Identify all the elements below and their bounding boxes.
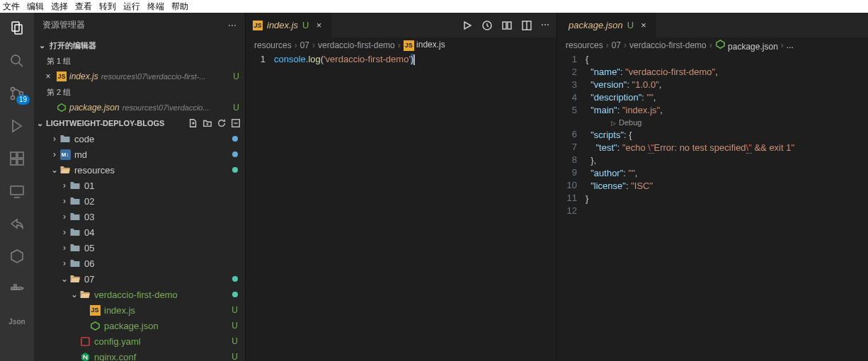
new-folder-icon[interactable] [202, 118, 212, 128]
menu-item[interactable]: 查看 [75, 1, 92, 12]
share-icon[interactable] [8, 215, 25, 232]
search-icon[interactable] [8, 52, 25, 69]
svg-rect-16 [81, 337, 88, 345]
menubar: 文件编辑选择查看转到运行终端帮助 [0, 0, 868, 13]
tree-item[interactable]: nginx.confU [34, 349, 245, 361]
tree-item[interactable]: ⌄07 [34, 271, 245, 287]
run-file-icon[interactable] [462, 20, 473, 31]
md-icon: M↓ [59, 149, 71, 160]
close-icon[interactable]: × [313, 20, 324, 30]
docker-icon[interactable] [8, 280, 25, 297]
menu-item[interactable]: 帮助 [171, 1, 188, 12]
tree-item[interactable]: ⌄resources [34, 162, 245, 178]
sidebar-header: 资源管理器 ⋯ [34, 13, 245, 38]
sidebar-actions[interactable]: ⋯ [228, 21, 236, 30]
close-icon[interactable]: × [638, 20, 649, 30]
tree-item[interactable]: ›code [34, 131, 245, 147]
more-icon[interactable]: ⋯ [541, 20, 549, 31]
tab-packagejson[interactable]: package.json U × [557, 13, 657, 38]
sidebar: 资源管理器 ⋯ ⌄打开的编辑器 第 1 组×JSindex.js resourc… [34, 13, 245, 361]
activity-bar: 19 Json [0, 13, 34, 361]
diff-icon[interactable] [501, 20, 513, 31]
tree-item[interactable]: JSindex.jsU [34, 302, 245, 318]
tree-item[interactable]: ›04 [34, 224, 245, 240]
breadcrumb-1[interactable]: resources›07›verdaccio-first-demo›JS ind… [246, 38, 556, 53]
open-editors-header[interactable]: ⌄打开的编辑器 [34, 38, 245, 53]
scm-badge: 19 [16, 95, 30, 105]
svg-rect-14 [14, 285, 16, 287]
npm-icon [89, 320, 101, 331]
yaml-icon [79, 336, 91, 347]
tree-item[interactable]: package.jsonU [34, 318, 245, 333]
extensions-icon[interactable] [8, 150, 25, 167]
svg-rect-0 [12, 22, 19, 31]
svg-rect-9 [18, 159, 23, 165]
sidebar-title: 资源管理器 [42, 19, 85, 31]
editor-group-1: JS index.js U × ⋯ resources›07›verdaccio… [245, 13, 556, 361]
svg-rect-18 [503, 22, 506, 29]
open-editor-item[interactable]: package.json resources\07\verdaccio...U [34, 100, 245, 115]
folder-icon [69, 180, 81, 191]
folder-icon [69, 242, 81, 253]
folder-icon [59, 133, 71, 144]
folder-open-icon [79, 289, 91, 300]
split-icon[interactable] [521, 20, 532, 31]
scm-icon[interactable]: 19 [8, 85, 25, 102]
close-icon[interactable]: × [42, 71, 54, 81]
tree-item[interactable]: ›M↓md [34, 147, 245, 162]
json-icon[interactable]: Json [8, 313, 25, 330]
svg-point-3 [11, 88, 15, 91]
tree-item[interactable]: ›03 [34, 209, 245, 224]
tree-item[interactable]: ⌄verdaccio-first-demo [34, 287, 245, 302]
menu-item[interactable]: 选择 [51, 1, 68, 12]
svg-point-2 [11, 55, 20, 64]
folder-open-icon [59, 164, 71, 176]
svg-rect-7 [18, 152, 23, 158]
folder-icon [69, 227, 81, 238]
js-icon: JS [89, 304, 101, 316]
code-content[interactable]: { "name": "verdaccio-first-demo", "versi… [586, 53, 868, 361]
folder-icon [69, 195, 81, 207]
new-file-icon[interactable] [188, 118, 198, 128]
code-line[interactable]: console.log('verdaccio-first-demo') [274, 53, 556, 361]
menu-item[interactable]: 终端 [147, 1, 164, 12]
refresh-icon[interactable] [217, 118, 227, 128]
menu-item[interactable]: 转到 [99, 1, 116, 12]
tree-item[interactable]: ›05 [34, 240, 245, 256]
svg-rect-1 [15, 25, 22, 34]
editor-group-label: 第 1 组 [34, 53, 245, 69]
menu-item[interactable]: 编辑 [27, 1, 44, 12]
tree-item[interactable]: config.yamlU [34, 333, 245, 349]
menu-item[interactable]: 文件 [3, 1, 20, 12]
folder-icon [69, 258, 81, 269]
collapse-icon[interactable] [231, 118, 241, 128]
remote-icon[interactable] [8, 183, 25, 200]
svg-point-4 [11, 96, 15, 100]
folder-header[interactable]: ⌄ LIGHTWEIGHT-DEPLOY-BLOGS [34, 115, 245, 131]
folder-open-icon [69, 273, 81, 285]
tab-indexjs[interactable]: JS index.js U × [246, 13, 332, 38]
explorer-icon[interactable] [8, 20, 25, 37]
svg-rect-6 [11, 152, 16, 158]
menu-item[interactable]: 运行 [123, 1, 140, 12]
tree-item[interactable]: ›02 [34, 193, 245, 209]
run-icon[interactable] [8, 118, 25, 134]
tree-item[interactable]: ›01 [34, 178, 245, 193]
editor-group-label: 第 2 组 [34, 84, 245, 100]
open-editor-item[interactable]: ×JSindex.js resources\07\verdaccio-first… [34, 69, 245, 84]
tree-item[interactable]: ›06 [34, 256, 245, 271]
history-icon[interactable] [481, 20, 493, 31]
js-icon: JS [253, 21, 263, 30]
svg-rect-10 [11, 186, 23, 195]
nginx-icon [79, 351, 91, 361]
svg-rect-19 [508, 22, 511, 29]
breadcrumb-2[interactable]: resources›07›verdaccio-first-demo› packa… [557, 38, 868, 53]
folder-icon [69, 211, 81, 222]
hexagon-icon[interactable] [8, 248, 25, 265]
editor-group-2: package.json U × resources›07›verdaccio-… [556, 13, 868, 361]
svg-rect-8 [11, 159, 16, 165]
